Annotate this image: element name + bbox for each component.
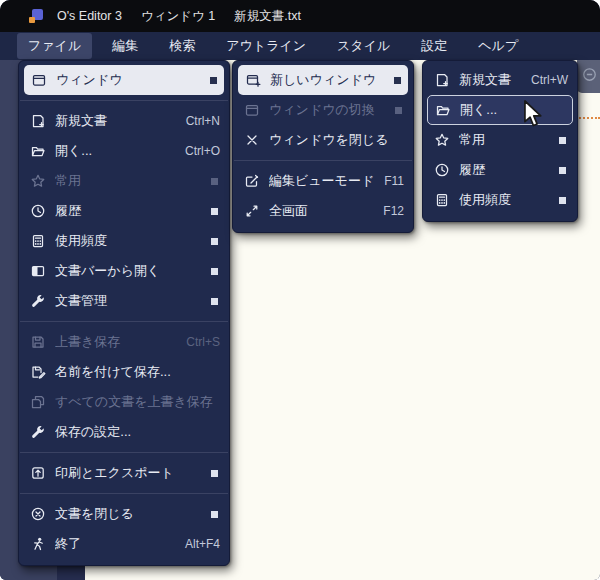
menu-item[interactable]: 開く...	[427, 95, 573, 125]
submenu-indicator-icon	[211, 298, 218, 305]
menubar-item[interactable]: スタイル	[326, 33, 401, 59]
menu-item[interactable]: 履歴	[19, 196, 229, 226]
document-bar-icon	[29, 263, 46, 280]
menu-item-shortcut: Ctrl+W	[531, 73, 568, 87]
menu-item[interactable]: 上書き保存Ctrl+S	[19, 327, 229, 357]
menu-item[interactable]: 新しいウィンドウ	[238, 65, 408, 95]
exit-person-icon	[29, 536, 46, 553]
menu-item[interactable]: すべての文書を上書き保存	[19, 387, 229, 417]
menu-item[interactable]: 使用頻度	[19, 226, 229, 256]
fullscreen-icon	[243, 203, 260, 220]
menu-item[interactable]: 常用	[19, 166, 229, 196]
menu-item[interactable]: 文書バーから開く	[19, 256, 229, 286]
menu-item[interactable]: 文書を閉じる	[19, 499, 229, 529]
open-folder-icon	[29, 143, 46, 160]
menu-item-label: 使用頻度	[459, 191, 550, 209]
window-icon	[30, 72, 47, 89]
menu-separator	[20, 452, 228, 453]
mouse-cursor	[523, 100, 550, 129]
submenu-indicator-icon	[559, 197, 566, 204]
menu-item-label: 保存の設定...	[55, 423, 220, 441]
menu-item-label: 開く...	[460, 101, 567, 119]
star-icon	[433, 132, 450, 149]
new-window-submenu: 新規文書Ctrl+W開く...常用履歴使用頻度	[422, 60, 578, 222]
menubar: ファイル編集検索アウトラインスタイル設定ヘルプ	[0, 32, 600, 60]
titlebar-document-name: 新規文書.txt	[234, 8, 301, 25]
menu-item[interactable]: 新規文書Ctrl+N	[19, 106, 229, 136]
menu-item[interactable]: 終了Alt+F4	[19, 529, 229, 559]
submenu-indicator-icon	[211, 470, 218, 477]
menu-item-shortcut: Alt+F4	[185, 537, 220, 551]
submenu-indicator-icon	[211, 268, 218, 275]
menubar-item[interactable]: 設定	[410, 33, 458, 59]
submenu-indicator-icon	[211, 511, 218, 518]
menu-item[interactable]: 保存の設定...	[19, 417, 229, 447]
window-submenu: 新しいウィンドウウィンドウの切換ウィンドウを閉じる編集ビューモードF11全画面F…	[232, 60, 414, 233]
menubar-item[interactable]: ヘルプ	[467, 33, 529, 59]
menu-item[interactable]: ウィンドウ	[24, 65, 224, 95]
menu-item-label: 終了	[55, 535, 176, 553]
menu-item-label: ウィンドウ	[56, 71, 201, 89]
submenu-indicator-icon	[210, 77, 217, 84]
ruled-line	[576, 117, 600, 119]
file-menu: ウィンドウ新規文書Ctrl+N開く...Ctrl+O常用履歴使用頻度文書バーから…	[18, 60, 230, 566]
toolbar-fragment[interactable]	[577, 56, 600, 93]
menu-item-label: ウィンドウの切換	[269, 101, 386, 119]
export-icon	[29, 465, 46, 482]
menu-item-label: 新規文書	[55, 112, 177, 130]
menu-separator	[234, 160, 412, 161]
menu-item-label: すべての文書を上書き保存	[55, 393, 220, 411]
menu-item-shortcut: F12	[383, 204, 404, 218]
menu-item-label: ウィンドウを閉じる	[269, 131, 404, 149]
menu-item[interactable]: 印刷とエクスポート	[19, 458, 229, 488]
menu-item[interactable]: 使用頻度	[423, 185, 577, 215]
menu-item[interactable]: 開く...Ctrl+O	[19, 136, 229, 166]
titlebar-app-name: O's Editor 3	[57, 9, 122, 23]
toolbar-button-icon	[581, 66, 598, 83]
frequency-calculator-icon	[433, 192, 450, 209]
history-clock-icon	[433, 162, 450, 179]
submenu-indicator-icon	[395, 107, 402, 114]
menu-item[interactable]: 名前を付けて保存...	[19, 357, 229, 387]
menubar-item[interactable]: アウトライン	[215, 33, 317, 59]
menu-separator	[20, 100, 228, 101]
save-icon	[29, 334, 46, 351]
submenu-indicator-icon	[559, 137, 566, 144]
close-x-icon	[243, 132, 260, 149]
menu-item-label: 文書を閉じる	[55, 505, 202, 523]
menu-item[interactable]: 編集ビューモードF11	[233, 166, 413, 196]
submenu-indicator-icon	[211, 238, 218, 245]
menu-item-label: 新しいウィンドウ	[270, 71, 385, 89]
menubar-item[interactable]: ファイル	[17, 33, 92, 59]
menubar-item[interactable]: 検索	[158, 33, 206, 59]
menu-item-label: 文書バーから開く	[55, 262, 202, 280]
submenu-indicator-icon	[559, 167, 566, 174]
open-folder-icon	[434, 102, 451, 119]
menu-separator	[20, 493, 228, 494]
menu-item[interactable]: ウィンドウの切換	[233, 95, 413, 125]
submenu-indicator-icon	[394, 77, 401, 84]
menu-item-label: 常用	[459, 131, 550, 149]
menu-item[interactable]: 全画面F12	[233, 196, 413, 226]
edit-view-icon	[243, 173, 260, 190]
wrench-icon	[29, 424, 46, 441]
menu-item-label: 編集ビューモード	[269, 172, 375, 190]
titlebar-window-name: ウィンドウ 1	[141, 8, 215, 25]
menu-item-shortcut: Ctrl+S	[186, 335, 220, 349]
new-document-icon	[433, 72, 450, 89]
submenu-indicator-icon	[211, 208, 218, 215]
menu-item[interactable]: 履歴	[423, 155, 577, 185]
menu-item-shortcut: Ctrl+N	[186, 114, 220, 128]
submenu-indicator-icon	[211, 178, 218, 185]
menu-item-label: 印刷とエクスポート	[55, 464, 202, 482]
menu-item[interactable]: 新規文書Ctrl+W	[423, 65, 577, 95]
menu-item[interactable]: ウィンドウを閉じる	[233, 125, 413, 155]
menu-item[interactable]: 文書管理	[19, 286, 229, 316]
menu-item-label: 文書管理	[55, 292, 202, 310]
save-all-icon	[29, 394, 46, 411]
menubar-item[interactable]: 編集	[101, 33, 149, 59]
menu-item[interactable]: 常用	[423, 125, 577, 155]
save-as-icon	[29, 364, 46, 381]
window-icon	[243, 102, 260, 119]
menu-item-label: 履歴	[459, 161, 550, 179]
